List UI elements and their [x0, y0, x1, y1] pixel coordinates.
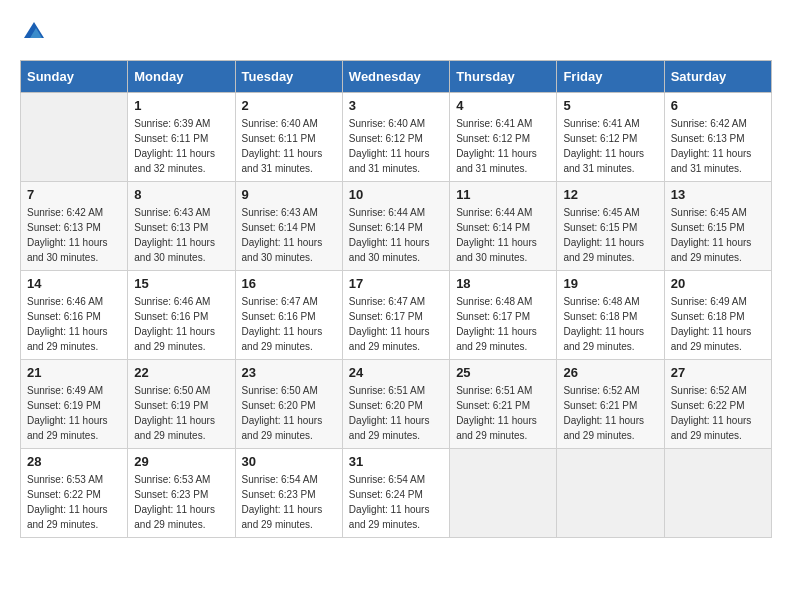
- calendar-cell: 11Sunrise: 6:44 AMSunset: 6:14 PMDayligh…: [450, 181, 557, 270]
- day-info: Sunrise: 6:43 AMSunset: 6:14 PMDaylight:…: [242, 205, 336, 265]
- day-number: 9: [242, 187, 336, 202]
- calendar-cell: 23Sunrise: 6:50 AMSunset: 6:20 PMDayligh…: [235, 359, 342, 448]
- calendar-cell: 9Sunrise: 6:43 AMSunset: 6:14 PMDaylight…: [235, 181, 342, 270]
- day-info: Sunrise: 6:53 AMSunset: 6:22 PMDaylight:…: [27, 472, 121, 532]
- day-number: 5: [563, 98, 657, 113]
- day-number: 1: [134, 98, 228, 113]
- day-info: Sunrise: 6:50 AMSunset: 6:19 PMDaylight:…: [134, 383, 228, 443]
- day-number: 12: [563, 187, 657, 202]
- calendar-cell: 29Sunrise: 6:53 AMSunset: 6:23 PMDayligh…: [128, 448, 235, 537]
- calendar-cell: 13Sunrise: 6:45 AMSunset: 6:15 PMDayligh…: [664, 181, 771, 270]
- calendar-week-4: 21Sunrise: 6:49 AMSunset: 6:19 PMDayligh…: [21, 359, 772, 448]
- day-info: Sunrise: 6:54 AMSunset: 6:24 PMDaylight:…: [349, 472, 443, 532]
- day-info: Sunrise: 6:42 AMSunset: 6:13 PMDaylight:…: [27, 205, 121, 265]
- day-info: Sunrise: 6:42 AMSunset: 6:13 PMDaylight:…: [671, 116, 765, 176]
- calendar-cell: 18Sunrise: 6:48 AMSunset: 6:17 PMDayligh…: [450, 270, 557, 359]
- calendar-cell: 28Sunrise: 6:53 AMSunset: 6:22 PMDayligh…: [21, 448, 128, 537]
- day-info: Sunrise: 6:40 AMSunset: 6:11 PMDaylight:…: [242, 116, 336, 176]
- day-info: Sunrise: 6:40 AMSunset: 6:12 PMDaylight:…: [349, 116, 443, 176]
- day-info: Sunrise: 6:50 AMSunset: 6:20 PMDaylight:…: [242, 383, 336, 443]
- day-number: 28: [27, 454, 121, 469]
- calendar-cell: 15Sunrise: 6:46 AMSunset: 6:16 PMDayligh…: [128, 270, 235, 359]
- calendar-cell: 1Sunrise: 6:39 AMSunset: 6:11 PMDaylight…: [128, 92, 235, 181]
- logo-icon: [22, 20, 46, 44]
- calendar-cell: [664, 448, 771, 537]
- calendar-cell: 27Sunrise: 6:52 AMSunset: 6:22 PMDayligh…: [664, 359, 771, 448]
- calendar-cell: 25Sunrise: 6:51 AMSunset: 6:21 PMDayligh…: [450, 359, 557, 448]
- day-info: Sunrise: 6:46 AMSunset: 6:16 PMDaylight:…: [27, 294, 121, 354]
- calendar-cell: 21Sunrise: 6:49 AMSunset: 6:19 PMDayligh…: [21, 359, 128, 448]
- calendar-cell: 5Sunrise: 6:41 AMSunset: 6:12 PMDaylight…: [557, 92, 664, 181]
- calendar-week-2: 7Sunrise: 6:42 AMSunset: 6:13 PMDaylight…: [21, 181, 772, 270]
- calendar-cell: 26Sunrise: 6:52 AMSunset: 6:21 PMDayligh…: [557, 359, 664, 448]
- calendar-cell: 31Sunrise: 6:54 AMSunset: 6:24 PMDayligh…: [342, 448, 449, 537]
- header-friday: Friday: [557, 60, 664, 92]
- day-info: Sunrise: 6:43 AMSunset: 6:13 PMDaylight:…: [134, 205, 228, 265]
- calendar-cell: 14Sunrise: 6:46 AMSunset: 6:16 PMDayligh…: [21, 270, 128, 359]
- day-number: 8: [134, 187, 228, 202]
- day-info: Sunrise: 6:52 AMSunset: 6:21 PMDaylight:…: [563, 383, 657, 443]
- calendar-cell: [21, 92, 128, 181]
- day-number: 7: [27, 187, 121, 202]
- calendar-table: SundayMondayTuesdayWednesdayThursdayFrid…: [20, 60, 772, 538]
- calendar-cell: 17Sunrise: 6:47 AMSunset: 6:17 PMDayligh…: [342, 270, 449, 359]
- day-number: 30: [242, 454, 336, 469]
- day-number: 11: [456, 187, 550, 202]
- day-info: Sunrise: 6:54 AMSunset: 6:23 PMDaylight:…: [242, 472, 336, 532]
- calendar-cell: 8Sunrise: 6:43 AMSunset: 6:13 PMDaylight…: [128, 181, 235, 270]
- calendar-cell: 24Sunrise: 6:51 AMSunset: 6:20 PMDayligh…: [342, 359, 449, 448]
- day-number: 3: [349, 98, 443, 113]
- day-number: 20: [671, 276, 765, 291]
- calendar-cell: 19Sunrise: 6:48 AMSunset: 6:18 PMDayligh…: [557, 270, 664, 359]
- day-number: 6: [671, 98, 765, 113]
- day-info: Sunrise: 6:48 AMSunset: 6:17 PMDaylight:…: [456, 294, 550, 354]
- day-info: Sunrise: 6:49 AMSunset: 6:18 PMDaylight:…: [671, 294, 765, 354]
- calendar-cell: 16Sunrise: 6:47 AMSunset: 6:16 PMDayligh…: [235, 270, 342, 359]
- day-info: Sunrise: 6:45 AMSunset: 6:15 PMDaylight:…: [671, 205, 765, 265]
- day-info: Sunrise: 6:45 AMSunset: 6:15 PMDaylight:…: [563, 205, 657, 265]
- day-info: Sunrise: 6:41 AMSunset: 6:12 PMDaylight:…: [563, 116, 657, 176]
- day-number: 25: [456, 365, 550, 380]
- calendar-cell: 22Sunrise: 6:50 AMSunset: 6:19 PMDayligh…: [128, 359, 235, 448]
- calendar-cell: 7Sunrise: 6:42 AMSunset: 6:13 PMDaylight…: [21, 181, 128, 270]
- page-header: [20, 20, 772, 50]
- day-number: 22: [134, 365, 228, 380]
- header-sunday: Sunday: [21, 60, 128, 92]
- calendar-cell: 3Sunrise: 6:40 AMSunset: 6:12 PMDaylight…: [342, 92, 449, 181]
- day-info: Sunrise: 6:44 AMSunset: 6:14 PMDaylight:…: [349, 205, 443, 265]
- calendar-cell: [557, 448, 664, 537]
- calendar-week-1: 1Sunrise: 6:39 AMSunset: 6:11 PMDaylight…: [21, 92, 772, 181]
- day-number: 19: [563, 276, 657, 291]
- day-info: Sunrise: 6:51 AMSunset: 6:21 PMDaylight:…: [456, 383, 550, 443]
- calendar-cell: 20Sunrise: 6:49 AMSunset: 6:18 PMDayligh…: [664, 270, 771, 359]
- header-saturday: Saturday: [664, 60, 771, 92]
- calendar-header-row: SundayMondayTuesdayWednesdayThursdayFrid…: [21, 60, 772, 92]
- day-number: 27: [671, 365, 765, 380]
- calendar-cell: 6Sunrise: 6:42 AMSunset: 6:13 PMDaylight…: [664, 92, 771, 181]
- day-info: Sunrise: 6:48 AMSunset: 6:18 PMDaylight:…: [563, 294, 657, 354]
- logo: [20, 20, 46, 50]
- day-number: 2: [242, 98, 336, 113]
- day-number: 21: [27, 365, 121, 380]
- calendar-cell: 4Sunrise: 6:41 AMSunset: 6:12 PMDaylight…: [450, 92, 557, 181]
- day-number: 31: [349, 454, 443, 469]
- day-info: Sunrise: 6:46 AMSunset: 6:16 PMDaylight:…: [134, 294, 228, 354]
- header-monday: Monday: [128, 60, 235, 92]
- day-number: 13: [671, 187, 765, 202]
- day-info: Sunrise: 6:47 AMSunset: 6:16 PMDaylight:…: [242, 294, 336, 354]
- day-info: Sunrise: 6:49 AMSunset: 6:19 PMDaylight:…: [27, 383, 121, 443]
- day-info: Sunrise: 6:53 AMSunset: 6:23 PMDaylight:…: [134, 472, 228, 532]
- day-number: 26: [563, 365, 657, 380]
- day-number: 29: [134, 454, 228, 469]
- day-info: Sunrise: 6:44 AMSunset: 6:14 PMDaylight:…: [456, 205, 550, 265]
- calendar-cell: 2Sunrise: 6:40 AMSunset: 6:11 PMDaylight…: [235, 92, 342, 181]
- day-number: 18: [456, 276, 550, 291]
- header-tuesday: Tuesday: [235, 60, 342, 92]
- calendar-cell: 30Sunrise: 6:54 AMSunset: 6:23 PMDayligh…: [235, 448, 342, 537]
- day-number: 10: [349, 187, 443, 202]
- header-thursday: Thursday: [450, 60, 557, 92]
- day-number: 4: [456, 98, 550, 113]
- day-info: Sunrise: 6:51 AMSunset: 6:20 PMDaylight:…: [349, 383, 443, 443]
- day-number: 23: [242, 365, 336, 380]
- calendar-cell: 10Sunrise: 6:44 AMSunset: 6:14 PMDayligh…: [342, 181, 449, 270]
